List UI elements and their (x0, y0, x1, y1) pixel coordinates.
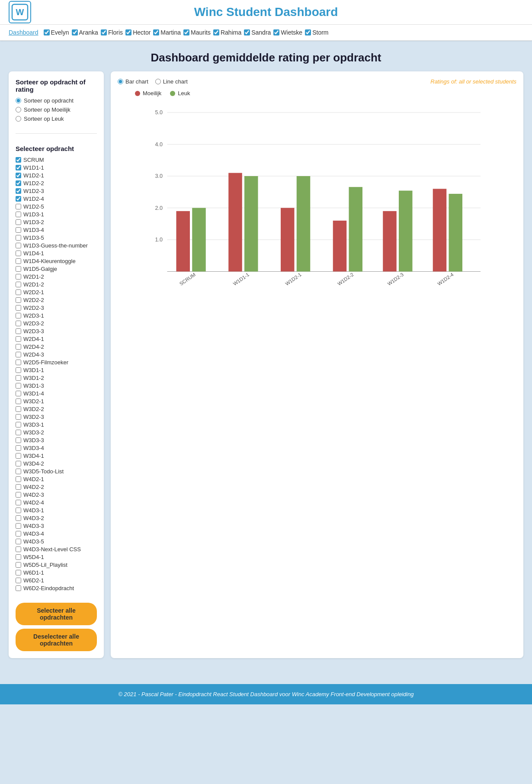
assignment-item-8[interactable]: W1D3-2 (16, 219, 97, 225)
checkbox-assignment-27[interactable] (16, 367, 21, 373)
checkbox-assignment-25[interactable] (16, 352, 21, 357)
checkbox-assignment-40[interactable] (16, 469, 21, 474)
checkbox-assignment-11[interactable] (16, 243, 21, 248)
chart-type-line[interactable]: Line chart (155, 78, 188, 85)
checkbox-assignment-19[interactable] (16, 305, 21, 311)
assignment-item-25[interactable]: W2D4-3 (16, 351, 97, 358)
assignment-item-10[interactable]: W1D3-5 (16, 235, 97, 241)
checkbox-aranka[interactable] (72, 29, 78, 35)
assignment-item-48[interactable]: W4D3-4 (16, 530, 97, 537)
assignment-item-50[interactable]: W4D3-Next-Level CSS (16, 546, 97, 553)
checkbox-assignment-38[interactable] (16, 453, 21, 459)
checkbox-assignment-29[interactable] (16, 383, 21, 389)
checkbox-assignment-10[interactable] (16, 235, 21, 241)
checkbox-assignment-17[interactable] (16, 289, 21, 295)
checkbox-assignment-33[interactable] (16, 414, 21, 420)
checkbox-assignment-21[interactable] (16, 321, 21, 326)
assignment-item-14[interactable]: W1D5-Galgje (16, 266, 97, 272)
checkbox-assignment-7[interactable] (16, 212, 21, 217)
sort-option-opdracht[interactable]: Sorteer op opdracht (16, 97, 97, 104)
assignment-item-24[interactable]: W2D4-2 (16, 344, 97, 350)
assignment-item-0[interactable]: SCRUM (16, 157, 97, 163)
assignment-item-51[interactable]: W5D4-1 (16, 554, 97, 560)
checkbox-assignment-20[interactable] (16, 313, 21, 318)
assignment-item-42[interactable]: W4D2-2 (16, 484, 97, 490)
checkbox-assignment-6[interactable] (16, 204, 21, 209)
checkbox-floris[interactable] (101, 29, 107, 35)
checkbox-assignment-35[interactable] (16, 430, 21, 435)
assignment-item-22[interactable]: W2D3-3 (16, 328, 97, 334)
deselect-all-button[interactable]: Deselecteer alle opdrachten (16, 629, 97, 651)
checkbox-assignment-53[interactable] (16, 570, 21, 575)
assignment-item-34[interactable]: W3D3-1 (16, 421, 97, 428)
assignment-item-41[interactable]: W4D2-1 (16, 476, 97, 482)
checkbox-assignment-49[interactable] (16, 539, 21, 544)
checkbox-assignment-46[interactable] (16, 515, 21, 521)
assignment-item-9[interactable]: W1D3-4 (16, 227, 97, 233)
assignment-item-11[interactable]: W1D3-Guess-the-number (16, 242, 97, 249)
checkbox-assignment-50[interactable] (16, 546, 21, 552)
assignment-item-19[interactable]: W2D2-3 (16, 305, 97, 311)
assignment-item-53[interactable]: W6D1-1 (16, 569, 97, 576)
checkbox-martina[interactable] (153, 29, 159, 35)
assignment-item-13[interactable]: W1D4-Kleurentoggle (16, 258, 97, 264)
checkbox-assignment-24[interactable] (16, 344, 21, 350)
checkbox-assignment-2[interactable] (16, 173, 21, 178)
checkbox-assignment-43[interactable] (16, 492, 21, 498)
checkbox-assignment-47[interactable] (16, 523, 21, 529)
assignment-item-5[interactable]: W1D2-4 (16, 196, 97, 202)
assignment-item-43[interactable]: W4D2-3 (16, 492, 97, 498)
checkbox-assignment-5[interactable] (16, 196, 21, 202)
checkbox-assignment-9[interactable] (16, 227, 21, 233)
assignment-item-12[interactable]: W1D4-1 (16, 250, 97, 257)
radio-sort-opdracht[interactable] (16, 98, 21, 103)
checkbox-sandra[interactable] (244, 29, 250, 35)
assignment-item-18[interactable]: W2D2-2 (16, 297, 97, 303)
checkbox-assignment-52[interactable] (16, 562, 21, 568)
checkbox-assignment-54[interactable] (16, 578, 21, 583)
checkbox-hector[interactable] (125, 29, 131, 35)
assignment-item-52[interactable]: W5D5-Lil_Playlist (16, 562, 97, 568)
assignment-item-46[interactable]: W4D3-2 (16, 515, 97, 521)
checkbox-assignment-0[interactable] (16, 157, 21, 163)
chart-type-bar[interactable]: Bar chart (118, 78, 148, 85)
checkbox-storm[interactable] (305, 29, 311, 35)
assignment-item-49[interactable]: W4D3-5 (16, 538, 97, 545)
assignment-item-27[interactable]: W3D1-1 (16, 367, 97, 373)
checkbox-assignment-48[interactable] (16, 531, 21, 537)
checkbox-wietske[interactable] (273, 29, 279, 35)
radio-bar-chart[interactable] (118, 79, 123, 84)
checkbox-assignment-22[interactable] (16, 328, 21, 334)
checkbox-assignment-28[interactable] (16, 375, 21, 381)
assignment-item-4[interactable]: W1D2-3 (16, 188, 97, 194)
assignment-item-17[interactable]: W2D2-1 (16, 289, 97, 296)
assignment-item-31[interactable]: W3D2-1 (16, 398, 97, 405)
select-all-button[interactable]: Selecteer alle opdrachten (16, 603, 97, 625)
checkbox-assignment-41[interactable] (16, 476, 21, 482)
assignment-item-44[interactable]: W4D2-4 (16, 499, 97, 506)
sort-option-moeilijk[interactable]: Sorteer op Moeilijk (16, 106, 97, 113)
checkbox-assignment-45[interactable] (16, 508, 21, 513)
radio-line-chart[interactable] (155, 79, 161, 84)
assignment-item-55[interactable]: W6D2-Eindopdracht (16, 585, 97, 591)
assignment-item-3[interactable]: W1D2-2 (16, 180, 97, 186)
checkbox-assignment-36[interactable] (16, 437, 21, 443)
assignment-item-30[interactable]: W3D1-4 (16, 390, 97, 397)
assignment-item-33[interactable]: W3D2-3 (16, 414, 97, 420)
checkbox-assignment-51[interactable] (16, 554, 21, 560)
checkbox-assignment-16[interactable] (16, 282, 21, 287)
checkbox-assignment-44[interactable] (16, 500, 21, 505)
checkbox-assignment-1[interactable] (16, 165, 21, 170)
checkbox-assignment-31[interactable] (16, 398, 21, 404)
checkbox-assignment-4[interactable] (16, 188, 21, 194)
sort-option-leuk[interactable]: Sorteer op Leuk (16, 116, 97, 122)
assignment-item-26[interactable]: W2D5-Filmzoeker (16, 359, 97, 366)
assignment-item-47[interactable]: W4D3-3 (16, 523, 97, 529)
checkbox-assignment-34[interactable] (16, 422, 21, 427)
checkbox-assignment-32[interactable] (16, 406, 21, 412)
checkbox-assignment-30[interactable] (16, 391, 21, 396)
assignment-item-39[interactable]: W3D4-2 (16, 460, 97, 467)
checkbox-assignment-8[interactable] (16, 219, 21, 225)
checkbox-assignment-37[interactable] (16, 445, 21, 451)
checkbox-assignment-12[interactable] (16, 251, 21, 256)
